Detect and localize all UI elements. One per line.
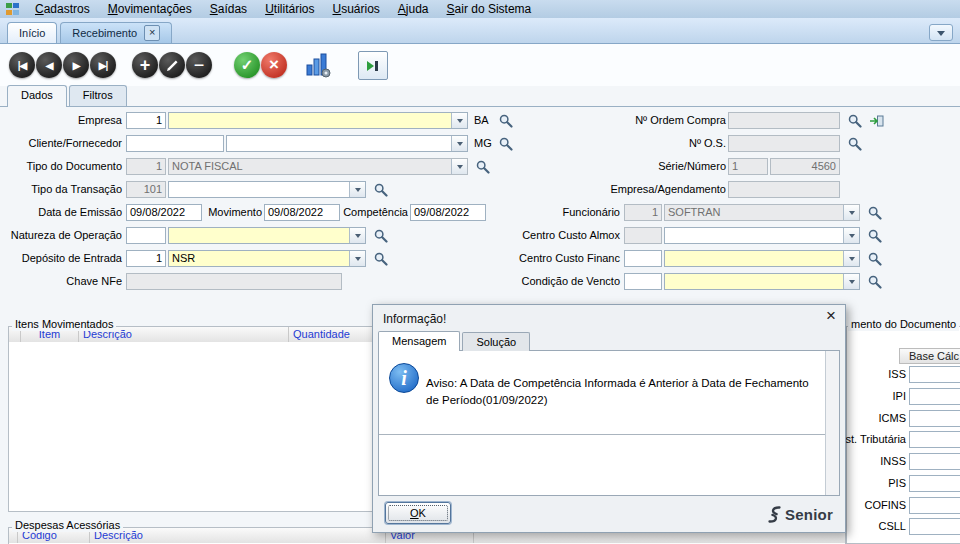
menu-saidas[interactable]: Saídas [201,0,256,18]
ordem-compra-field [728,112,840,129]
cliente-combo[interactable] [226,135,468,152]
cliente-code-field[interactable] [126,135,224,152]
app-icon [6,3,21,16]
lookup-icon[interactable] [846,135,863,152]
chevron-down-icon[interactable] [843,228,859,243]
centro-custo-almox-code-field [624,227,662,244]
combo-value: NSR [172,252,195,264]
tab-recebimento[interactable]: Recebimento × [60,22,172,43]
chevron-down-icon[interactable] [843,274,859,289]
icms-field[interactable] [909,410,960,427]
pencil-icon [166,59,179,72]
cancel-button[interactable]: × [261,52,287,78]
lookup-icon[interactable] [372,227,389,244]
sheet-tab-bar: Dados Filtros [0,86,960,107]
lookup-icon[interactable] [474,158,491,175]
cofins-field[interactable] [909,497,960,514]
tab-mensagem[interactable]: Mensagem [378,331,460,351]
chevron-down-icon[interactable] [349,182,365,197]
os-label: Nº O.S. [560,135,726,152]
natureza-combo[interactable] [168,227,366,244]
subst-tributaria-field[interactable] [909,431,960,448]
centro-custo-financ-combo[interactable] [664,250,860,267]
menu-sair[interactable]: Sair do Sistema [438,0,541,18]
tipo-transacao-label: Tipo da Transação [0,181,122,198]
scrollbar[interactable] [825,351,839,495]
last-record-button[interactable]: ▶| [90,52,116,78]
centro-custo-almox-combo[interactable] [664,227,860,244]
empresa-code-field[interactable]: 1 [126,112,166,129]
tab-inicio[interactable]: Início [7,22,57,43]
chevron-down-icon[interactable] [451,136,467,151]
inss-field[interactable] [909,453,960,470]
combo-value: SOFTRAN [668,206,721,218]
delete-record-button[interactable]: − [186,52,212,78]
close-icon[interactable]: × [144,25,160,41]
lookup-icon[interactable] [497,135,514,152]
movimento-field[interactable]: 09/08/2022 [264,204,340,221]
serie-field: 1 [728,158,768,175]
add-record-button[interactable]: + [132,52,158,78]
col-descricao[interactable]: Descrição [90,528,386,543]
dialog-title: Informação! [383,312,446,326]
order-link-icon[interactable] [867,112,885,129]
col-quantidade[interactable]: Quantidade [289,327,379,342]
menu-utilitarios[interactable]: Utilitários [256,0,323,18]
menu-bar: Cadastros Movimentações Saídas Utilitári… [0,0,960,18]
toolbar: |◀ ◀ ▶ ▶| + − ✓ × [0,44,960,86]
ok-label: OK [410,507,426,519]
edit-record-button[interactable] [159,52,185,78]
tab-dados[interactable]: Dados [7,85,67,107]
lookup-icon[interactable] [866,250,883,267]
lookup-icon[interactable] [372,181,389,198]
csll-field[interactable] [909,518,960,535]
lookup-icon[interactable] [372,250,389,267]
report-chart-button[interactable] [303,51,333,79]
previous-record-button[interactable]: ◀ [36,52,62,78]
centro-custo-financ-code-field[interactable] [624,250,662,267]
menu-usuarios[interactable]: Usuários [323,0,388,18]
lookup-icon[interactable] [866,273,883,290]
lookup-icon[interactable] [497,112,514,129]
centro-custo-financ-label: Centro Custo Financ [480,250,620,267]
base-calc-header: Base Cálc [899,348,960,364]
tab-filtros[interactable]: Filtros [69,85,127,106]
chevron-down-icon[interactable] [451,113,467,128]
empresa-label: Empresa [0,112,122,129]
empresa-combo[interactable] [168,112,468,129]
serie-numero-label: Série/Número [560,158,726,175]
lookup-icon[interactable] [846,112,863,129]
natureza-code-field[interactable] [126,227,166,244]
pis-field[interactable] [909,475,960,492]
menu-movimentacoes[interactable]: Movimentações [99,0,201,18]
chevron-down-icon[interactable] [349,228,365,243]
close-icon[interactable]: × [826,307,836,324]
iss-field[interactable] [909,366,960,383]
tab-label: Início [19,27,45,39]
process-button[interactable] [358,51,388,80]
funcionario-code-field: 1 [624,204,662,221]
menu-ajuda[interactable]: Ajuda [389,0,438,18]
ipi-field[interactable] [909,388,960,405]
tab-list-button[interactable] [929,24,953,41]
deposito-code-field[interactable]: 1 [126,250,166,267]
info-dialog: Informação! × Mensagem Solução i Aviso: … [372,304,846,533]
lookup-icon[interactable] [866,204,883,221]
chevron-down-icon[interactable] [843,251,859,266]
confirm-button[interactable]: ✓ [234,52,260,78]
brand-name: Senior [785,506,833,523]
tipo-transacao-combo[interactable] [168,181,366,198]
menu-cadastros[interactable]: Cadastros [26,0,99,18]
condicao-vencto-combo[interactable] [664,273,860,290]
data-emissao-field[interactable]: 09/08/2022 [126,204,202,221]
chevron-down-icon[interactable] [349,251,365,266]
message-area: i Aviso: A Data de Competência Informada… [379,351,839,435]
condicao-vencto-code-field[interactable] [624,273,662,290]
competencia-field[interactable]: 09/08/2022 [410,204,486,221]
lookup-icon[interactable] [866,227,883,244]
next-record-button[interactable]: ▶ [63,52,89,78]
deposito-combo[interactable]: NSR [168,250,366,267]
first-record-button[interactable]: |◀ [9,52,35,78]
tab-solucao[interactable]: Solução [462,332,530,351]
ok-button[interactable]: OK [385,502,451,524]
